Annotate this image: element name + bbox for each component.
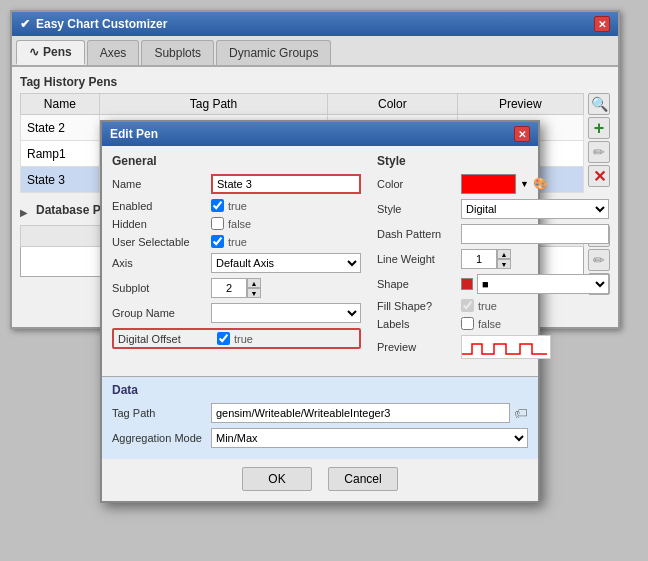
subplot-row: Subplot ▲ ▼ bbox=[112, 278, 361, 298]
search-button[interactable]: 🔍 bbox=[588, 93, 610, 115]
dash-pattern-label: Dash Pattern bbox=[377, 228, 457, 240]
user-selectable-label: User Selectable bbox=[112, 236, 207, 248]
style-header: Style bbox=[377, 154, 609, 168]
digital-offset-checkbox[interactable] bbox=[217, 332, 230, 345]
line-weight-row: Line Weight ▲ ▼ bbox=[377, 249, 609, 269]
labels-text: false bbox=[478, 318, 501, 330]
row-name: State 3 bbox=[21, 167, 100, 193]
fill-shape-label: Fill Shape? bbox=[377, 300, 457, 312]
subplot-label: Subplot bbox=[112, 282, 207, 294]
general-header: General bbox=[112, 154, 361, 168]
dialog-title-bar: Edit Pen ✕ bbox=[102, 122, 538, 146]
dialog-body: General Name Enabled true Hidden bbox=[102, 146, 538, 372]
tab-pens-label: Pens bbox=[43, 45, 72, 59]
tab-pens[interactable]: ∿ Pens bbox=[16, 40, 85, 65]
enabled-label: Enabled bbox=[112, 200, 207, 212]
aggregation-row: Aggregation Mode Min/Max bbox=[112, 428, 528, 448]
subplot-spinner: ▲ ▼ bbox=[211, 278, 261, 298]
row-name: Ramp1 bbox=[21, 141, 100, 167]
subplot-down-button[interactable]: ▼ bbox=[247, 288, 261, 298]
main-close-button[interactable]: ✕ bbox=[594, 16, 610, 32]
style-preview-chart bbox=[461, 335, 551, 359]
tag-path-row: Tag Path 🏷 bbox=[112, 403, 528, 423]
fill-shape-checkbox[interactable] bbox=[461, 299, 474, 312]
tab-axes-label: Axes bbox=[100, 46, 127, 60]
group-name-select[interactable] bbox=[211, 303, 361, 323]
digital-offset-row: Digital Offset true bbox=[112, 328, 361, 349]
subplot-input[interactable] bbox=[211, 278, 247, 298]
digital-offset-label: Digital Offset bbox=[118, 333, 213, 345]
hidden-row: Hidden false bbox=[112, 217, 361, 230]
preview-row: Preview bbox=[377, 335, 609, 359]
line-weight-input[interactable] bbox=[461, 249, 497, 269]
dialog-close-button[interactable]: ✕ bbox=[514, 126, 530, 142]
shape-label: Shape bbox=[377, 278, 457, 290]
general-column: General Name Enabled true Hidden bbox=[112, 154, 361, 364]
style-select[interactable]: Digital bbox=[461, 199, 609, 219]
col-color: Color bbox=[328, 94, 457, 115]
main-title-bar: ✔ Easy Chart Customizer ✕ bbox=[12, 12, 618, 36]
shape-row: Shape ■ bbox=[377, 274, 609, 294]
name-input[interactable] bbox=[211, 174, 361, 194]
fill-shape-row: Fill Shape? true bbox=[377, 299, 609, 312]
tag-path-input[interactable] bbox=[211, 403, 510, 423]
axis-select[interactable]: Default Axis bbox=[211, 253, 361, 273]
edit-pen-dialog: Edit Pen ✕ General Name Enabled true bbox=[100, 120, 540, 503]
hidden-label: Hidden bbox=[112, 218, 207, 230]
tab-subplots[interactable]: Subplots bbox=[141, 40, 214, 65]
data-section-header: Data bbox=[112, 383, 528, 397]
row-name: State 2 bbox=[21, 115, 100, 141]
axis-row: Axis Default Axis bbox=[112, 253, 361, 273]
user-selectable-text: true bbox=[228, 236, 247, 248]
tab-dynamic-groups-label: Dynamic Groups bbox=[229, 46, 318, 60]
color-wheel-icon[interactable]: 🎨 bbox=[533, 177, 548, 191]
col-tag-path: Tag Path bbox=[99, 94, 327, 115]
subplot-spinner-buttons: ▲ ▼ bbox=[247, 278, 261, 298]
user-selectable-row: User Selectable true bbox=[112, 235, 361, 248]
enabled-row: Enabled true bbox=[112, 199, 361, 212]
tag-path-label: Tag Path bbox=[112, 407, 207, 419]
color-dropdown-btn[interactable]: ▼ bbox=[520, 179, 529, 189]
user-selectable-checkbox[interactable] bbox=[211, 235, 224, 248]
preview-label: Preview bbox=[377, 341, 457, 353]
expand-icon[interactable]: ▶ bbox=[20, 207, 28, 218]
add-pen-button[interactable]: + bbox=[588, 117, 610, 139]
line-weight-spinner: ▲ ▼ bbox=[461, 249, 511, 269]
style-column: Style Color ▼ 🎨 Style Digital bbox=[377, 154, 609, 364]
color-row: Color ▼ 🎨 bbox=[377, 174, 609, 194]
style-row: Style Digital bbox=[377, 199, 609, 219]
line-weight-down[interactable]: ▼ bbox=[497, 259, 511, 269]
ok-button[interactable]: OK bbox=[242, 467, 312, 491]
tab-axes[interactable]: Axes bbox=[87, 40, 140, 65]
hidden-text: false bbox=[228, 218, 251, 230]
shape-select[interactable]: ■ bbox=[477, 274, 609, 294]
axis-label: Axis bbox=[112, 257, 207, 269]
data-section: Data Tag Path 🏷 Aggregation Mode Min/Max bbox=[102, 376, 538, 459]
dash-pattern-input[interactable] bbox=[461, 224, 609, 244]
col-preview: Preview bbox=[457, 94, 583, 115]
dialog-title-text: Edit Pen bbox=[110, 127, 158, 141]
tag-browse-icon[interactable]: 🏷 bbox=[514, 405, 528, 421]
hidden-checkbox[interactable] bbox=[211, 217, 224, 230]
labels-label: Labels bbox=[377, 318, 457, 330]
name-row: Name bbox=[112, 174, 361, 194]
col-name: Name bbox=[21, 94, 100, 115]
name-label: Name bbox=[112, 178, 207, 190]
tag-history-label: Tag History Pens bbox=[20, 75, 610, 89]
line-weight-up[interactable]: ▲ bbox=[497, 249, 511, 259]
tab-dynamic-groups[interactable]: Dynamic Groups bbox=[216, 40, 331, 65]
line-weight-label: Line Weight bbox=[377, 253, 457, 265]
dialog-columns: General Name Enabled true Hidden bbox=[112, 154, 528, 364]
cancel-button[interactable]: Cancel bbox=[328, 467, 398, 491]
tabs-bar: ∿ Pens Axes Subplots Dynamic Groups bbox=[12, 36, 618, 67]
aggregation-select[interactable]: Min/Max bbox=[211, 428, 528, 448]
labels-row: Labels false bbox=[377, 317, 609, 330]
labels-checkbox[interactable] bbox=[461, 317, 474, 330]
enabled-checkbox[interactable] bbox=[211, 199, 224, 212]
subplot-up-button[interactable]: ▲ bbox=[247, 278, 261, 288]
dialog-buttons: OK Cancel bbox=[102, 459, 538, 501]
color-preview bbox=[461, 174, 516, 194]
group-name-row: Group Name bbox=[112, 303, 361, 323]
aggregation-label: Aggregation Mode bbox=[112, 432, 207, 444]
group-name-label: Group Name bbox=[112, 307, 207, 319]
